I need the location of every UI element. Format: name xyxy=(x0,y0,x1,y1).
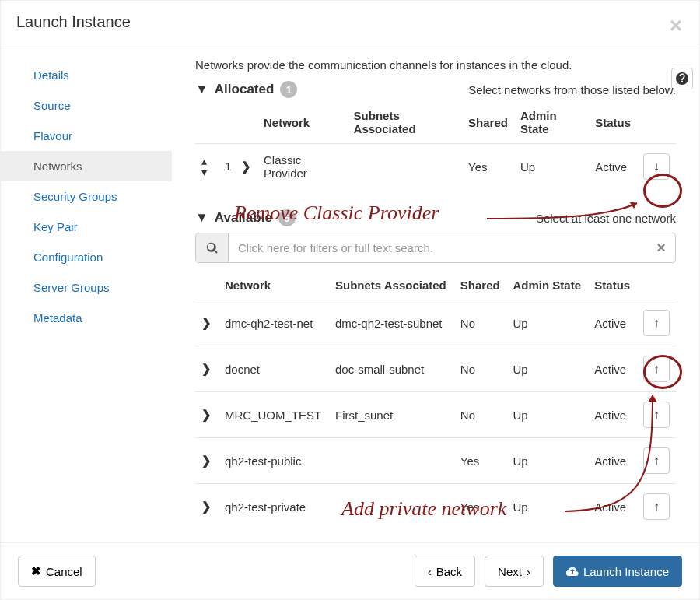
chevron-down-icon: ▼ xyxy=(195,82,208,97)
available-toggle[interactable]: ▼ Available 5 xyxy=(195,209,296,226)
sidebar-item-details[interactable]: Details xyxy=(1,60,172,90)
filter-row: × xyxy=(195,233,676,263)
cell-admin: Up xyxy=(507,484,589,530)
col-admin: Admin State xyxy=(514,101,589,144)
chevron-left-icon: ‹ xyxy=(428,565,432,578)
cell-shared: Yes xyxy=(454,484,507,530)
allocated-title: Allocated xyxy=(215,82,275,97)
cell-status: Active xyxy=(588,300,637,346)
arrow-up-icon: ↑ xyxy=(653,500,660,514)
next-button[interactable]: Next › xyxy=(485,556,544,587)
available-table: Network Subnets Associated Shared Admin … xyxy=(195,271,676,529)
cell-admin: Up xyxy=(507,392,589,438)
filter-input[interactable] xyxy=(229,233,647,262)
allocated-table: Network Subnets Associated Shared Admin … xyxy=(195,101,676,189)
expand-row-icon[interactable]: ❯ xyxy=(201,408,212,421)
cell-subnets xyxy=(348,144,463,190)
cell-shared: No xyxy=(454,346,507,392)
cell-network: qh2-test-private xyxy=(219,484,329,530)
sidebar-item-flavour[interactable]: Flavour xyxy=(1,121,172,151)
reorder-handle[interactable]: ▴▾ xyxy=(201,156,207,177)
available-row: ❯MRC_UOM_TESTFirst_sunetNoUpActive↑ xyxy=(195,392,676,438)
cell-admin: Up xyxy=(507,300,589,346)
modal-header: Launch Instance xyxy=(1,1,699,44)
modal-footer: ✖ Cancel ‹ Back Next › Launch Instance xyxy=(1,542,699,599)
allocate-button[interactable]: ↑ xyxy=(643,402,670,428)
cell-admin: Up xyxy=(507,438,589,484)
available-header-row: ▼ Available 5 Select at least one networ… xyxy=(195,209,676,226)
arrow-up-icon: ↑ xyxy=(653,316,660,330)
cell-subnets: dmc-qh2-test-subnet xyxy=(329,300,454,346)
deallocate-button[interactable]: ↓ xyxy=(643,153,670,180)
expand-row-icon[interactable]: ❯ xyxy=(201,454,212,467)
allocate-button[interactable]: ↑ xyxy=(643,447,670,474)
cell-shared: Yes xyxy=(454,438,507,484)
cell-network: MRC_UOM_TEST xyxy=(219,392,329,438)
col-network: Network xyxy=(219,271,329,300)
cell-network: docnet xyxy=(219,346,329,392)
intro-text: Networks provide the communication chann… xyxy=(195,58,676,72)
search-icon[interactable] xyxy=(196,233,229,262)
cell-shared: No xyxy=(454,392,507,438)
cell-network: dmc-qh2-test-net xyxy=(219,300,329,346)
chevron-right-icon: › xyxy=(527,565,530,578)
sidebar-item-metadata[interactable]: Metadata xyxy=(1,303,172,333)
allocated-row: ▴▾1 ❯Classic ProviderYesUpActive↓ xyxy=(195,144,676,190)
arrow-up-icon: ↑ xyxy=(653,408,660,422)
sidebar-item-key-pair[interactable]: Key Pair xyxy=(1,212,172,242)
sidebar-item-server-groups[interactable]: Server Groups xyxy=(1,272,172,303)
allocated-hint: Select networks from those listed below. xyxy=(468,83,676,96)
sidebar-item-security-groups[interactable]: Security Groups xyxy=(1,181,172,212)
launch-instance-button[interactable]: Launch Instance xyxy=(553,556,682,587)
cancel-button[interactable]: ✖ Cancel xyxy=(18,556,96,587)
available-row: ❯docnetdoc-small-subnetNoUpActive↑ xyxy=(195,346,676,392)
cell-shared: No xyxy=(454,300,507,346)
close-icon[interactable]: × xyxy=(670,15,682,37)
cell-status: Active xyxy=(588,346,637,392)
available-title: Available xyxy=(215,210,272,226)
networks-panel: Networks provide the communication chann… xyxy=(172,44,699,542)
col-subnets: Subnets Associated xyxy=(329,271,454,300)
cell-status: Active xyxy=(589,144,637,190)
chevron-down-icon: ▼ xyxy=(195,210,208,226)
allocate-button[interactable]: ↑ xyxy=(643,356,670,382)
cell-subnets: doc-small-subnet xyxy=(329,346,454,392)
expand-row-icon[interactable]: ❯ xyxy=(201,316,212,329)
col-shared: Shared xyxy=(462,101,514,144)
allocated-toggle[interactable]: ▼ Allocated 1 xyxy=(195,81,297,98)
col-shared: Shared xyxy=(454,271,507,300)
cell-status: Active xyxy=(588,484,637,530)
col-status: Status xyxy=(589,101,637,144)
sidebar-item-networks[interactable]: Networks xyxy=(1,151,172,181)
expand-row-icon[interactable]: ❯ xyxy=(201,500,212,513)
cell-network: Classic Provider xyxy=(257,144,348,190)
cell-subnets: First_sunet xyxy=(329,392,454,438)
available-row: ❯qh2-test-publicYesUpActive↑ xyxy=(195,438,676,484)
allocated-header-row: ▼ Allocated 1 Select networks from those… xyxy=(195,81,676,98)
cloud-upload-icon xyxy=(566,565,579,577)
col-admin: Admin State xyxy=(507,271,589,300)
wizard-sidebar: DetailsSourceFlavourNetworksSecurity Gro… xyxy=(1,44,172,542)
cell-subnets xyxy=(329,484,454,530)
arrow-up-icon: ↑ xyxy=(653,454,660,468)
cell-status: Active xyxy=(588,392,637,438)
row-order: 1 xyxy=(225,160,231,173)
sidebar-item-configuration[interactable]: Configuration xyxy=(1,242,172,272)
cell-admin: Up xyxy=(514,144,589,190)
cell-network: qh2-test-public xyxy=(219,438,329,484)
available-count-badge: 5 xyxy=(278,209,296,226)
cell-subnets xyxy=(329,438,454,484)
clear-filter-icon[interactable]: × xyxy=(647,233,675,262)
expand-row-icon[interactable]: ❯ xyxy=(201,362,212,375)
modal-title: Launch Instance xyxy=(16,13,684,31)
back-button[interactable]: ‹ Back xyxy=(415,556,475,587)
allocate-button[interactable]: ↑ xyxy=(643,493,670,520)
sidebar-item-source[interactable]: Source xyxy=(1,90,172,121)
arrow-down-icon: ↓ xyxy=(653,160,660,174)
col-subnets: Subnets Associated xyxy=(348,101,463,144)
allocate-button[interactable]: ↑ xyxy=(643,310,670,336)
expand-row-icon[interactable]: ❯ xyxy=(241,160,251,173)
cell-shared: Yes xyxy=(462,144,514,190)
available-hint: Select at least one network xyxy=(536,212,676,225)
col-status: Status xyxy=(588,271,637,300)
